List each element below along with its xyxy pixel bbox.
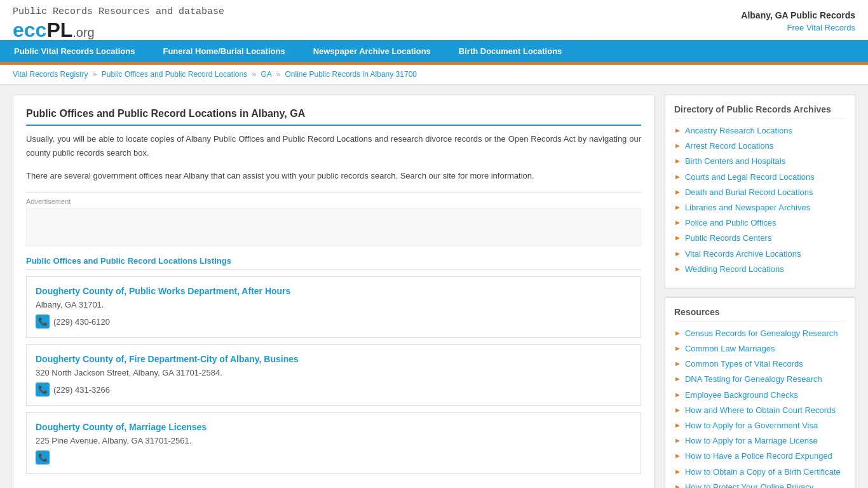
listing-name-1[interactable]: Dougherty County of, Public Works Depart…: [36, 286, 632, 296]
directory-link-item: ►Birth Centers and Hospitals: [674, 156, 846, 167]
logo-org: .org: [72, 25, 94, 39]
listing-item: Dougherty County of, Marriage Licenses 2…: [26, 412, 641, 474]
directory-link-item: ►Wedding Record Locations: [674, 264, 846, 275]
arrow-icon: ►: [674, 188, 681, 196]
directory-link[interactable]: Vital Records Archive Locations: [685, 248, 801, 260]
arrow-icon: ►: [674, 250, 681, 257]
listing-phone-2: 📞 (229) 431-3266: [36, 383, 632, 396]
header-right: Albany, GA Public Records Free Vital Rec…: [741, 6, 855, 32]
resource-link[interactable]: How to Have a Police Record Expunged: [685, 451, 832, 462]
directory-link[interactable]: Death and Burial Record Locations: [685, 187, 813, 198]
phone-icon-1: 📞: [36, 315, 50, 329]
arrow-icon: ►: [674, 483, 681, 488]
directory-links: ►Ancestry Research Locations►Arrest Reco…: [674, 125, 846, 275]
sidebar: Directory of Public Records Archives ►An…: [665, 95, 855, 488]
directory-link[interactable]: Public Records Centers: [685, 233, 772, 244]
listing-address-3: 225 Pine Avenue, Albany, GA 31701-2561.: [36, 436, 632, 445]
resource-link-item: ►How to Obtain a Copy of a Birth Certifi…: [674, 466, 846, 478]
resource-link-item: ►How to Apply for a Marriage License: [674, 435, 846, 447]
resource-link-item: ►How to Apply for a Government Visa: [674, 420, 846, 431]
resource-link-item: ►DNA Testing for Genealogy Research: [674, 374, 846, 385]
ad-label: Advertisement: [26, 192, 641, 205]
directory-link[interactable]: Birth Centers and Hospitals: [685, 156, 785, 167]
listings-header: Public Offices and Public Record Locatio…: [26, 256, 641, 270]
main-layout: Public Offices and Public Record Locatio…: [0, 85, 868, 488]
directory-link[interactable]: Police and Public Offices: [685, 217, 776, 229]
directory-link-item: ►Ancestry Research Locations: [674, 125, 846, 137]
directory-link[interactable]: Ancestry Research Locations: [685, 125, 792, 137]
nav-funeral[interactable]: Funeral Home/Burial Locations: [149, 40, 299, 62]
bc-vital-records[interactable]: Vital Records Registry: [13, 70, 88, 79]
resource-link[interactable]: How to Obtain a Copy of a Birth Certific…: [685, 466, 841, 478]
directory-title: Directory of Public Records Archives: [674, 104, 846, 119]
arrow-icon: ►: [674, 157, 681, 165]
directory-link-item: ►Libraries and Newspaper Archives: [674, 202, 846, 214]
listing-address-2: 320 North Jackson Street, Albany, GA 317…: [36, 368, 632, 377]
resource-link-item: ►Employee Background Checks: [674, 390, 846, 401]
resource-link-item: ►Common Law Marriages: [674, 343, 846, 355]
arrow-icon: ►: [674, 329, 681, 337]
directory-link-item: ►Public Records Centers: [674, 233, 846, 244]
logo-blue: ecc: [13, 18, 46, 41]
arrow-icon: ►: [674, 360, 681, 367]
resource-link[interactable]: How to Protect Your Online Privacy: [685, 482, 813, 488]
directory-link[interactable]: Arrest Record Locations: [685, 140, 773, 152]
resource-link-item: ►How and Where to Obtain Court Records: [674, 405, 846, 416]
arrow-icon: ►: [674, 468, 681, 475]
resource-link[interactable]: How and Where to Obtain Court Records: [685, 405, 836, 416]
directory-link-item: ►Arrest Record Locations: [674, 140, 846, 152]
arrow-icon: ►: [674, 452, 681, 459]
phone-icon-2: 📞: [36, 383, 50, 396]
nav-birth[interactable]: Birth Document Locations: [445, 40, 576, 62]
directory-link-item: ►Death and Burial Record Locations: [674, 187, 846, 198]
resource-link[interactable]: DNA Testing for Genealogy Research: [685, 374, 822, 385]
bc-sep-2: »: [252, 70, 258, 79]
directory-link[interactable]: Wedding Record Locations: [685, 264, 784, 275]
directory-link-item: ►Courts and Legal Record Locations: [674, 172, 846, 183]
arrow-icon: ►: [674, 173, 681, 180]
arrow-icon: ►: [674, 406, 681, 414]
page-title: Public Offices and Public Record Locatio…: [26, 108, 641, 126]
resource-link-item: ►How to Have a Police Record Expunged: [674, 451, 846, 462]
resource-link-item: ►How to Protect Your Online Privacy: [674, 482, 846, 488]
listing-phone-1: 📞 (229) 430-6120: [36, 315, 632, 329]
arrow-icon: ►: [674, 344, 681, 352]
ad-placeholder: [26, 208, 641, 246]
arrow-icon: ►: [674, 219, 681, 226]
main-nav: Public Vital Records Locations Funeral H…: [0, 40, 868, 62]
bc-sep-3: »: [276, 70, 283, 79]
resources-links: ►Census Records for Genealogy Research►C…: [674, 328, 846, 488]
bc-public-offices[interactable]: Public Offices and Public Record Locatio…: [102, 70, 247, 79]
resource-link[interactable]: Employee Background Checks: [685, 390, 798, 401]
arrow-icon: ►: [674, 234, 681, 241]
listing-name-3[interactable]: Dougherty County of, Marriage Licenses: [36, 422, 632, 432]
tagline: Public Records Resources and database: [13, 6, 224, 17]
resource-link-item: ►Census Records for Genealogy Research: [674, 328, 846, 339]
directory-link[interactable]: Libraries and Newspaper Archives: [685, 202, 810, 214]
main-content: Public Offices and Public Record Locatio…: [13, 95, 654, 488]
arrow-icon: ►: [674, 437, 681, 444]
resource-link[interactable]: How to Apply for a Marriage License: [685, 435, 818, 447]
bc-sep-1: »: [93, 70, 99, 79]
resources-title: Resources: [674, 307, 846, 322]
free-vital-records-link[interactable]: Free Vital Records: [741, 23, 855, 32]
resources-box: Resources ►Census Records for Genealogy …: [665, 297, 855, 488]
bc-ga[interactable]: GA: [261, 70, 271, 79]
arrow-icon: ►: [674, 203, 681, 211]
directory-link[interactable]: Courts and Legal Record Locations: [685, 172, 815, 183]
nav-newspaper[interactable]: Newspaper Archive Locations: [299, 40, 445, 62]
listing-address-1: Albany, GA 31701.: [36, 300, 632, 309]
directory-link-item: ►Police and Public Offices: [674, 217, 846, 229]
directory-link-item: ►Vital Records Archive Locations: [674, 248, 846, 260]
logo[interactable]: eccPL.org: [13, 20, 224, 40]
resource-link-item: ►Common Types of Vital Records: [674, 358, 846, 370]
resource-link[interactable]: Common Types of Vital Records: [685, 358, 803, 370]
nav-vital-records[interactable]: Public Vital Records Locations: [0, 40, 149, 62]
listing-name-2[interactable]: Dougherty County of, Fire Department-Cit…: [36, 354, 632, 364]
resource-link[interactable]: Common Law Marriages: [685, 343, 775, 355]
arrow-icon: ►: [674, 391, 681, 398]
resource-link[interactable]: How to Apply for a Government Visa: [685, 420, 818, 431]
arrow-icon: ►: [674, 421, 681, 429]
resource-link[interactable]: Census Records for Genealogy Research: [685, 328, 838, 339]
listing-item: Dougherty County of, Public Works Depart…: [26, 276, 641, 338]
